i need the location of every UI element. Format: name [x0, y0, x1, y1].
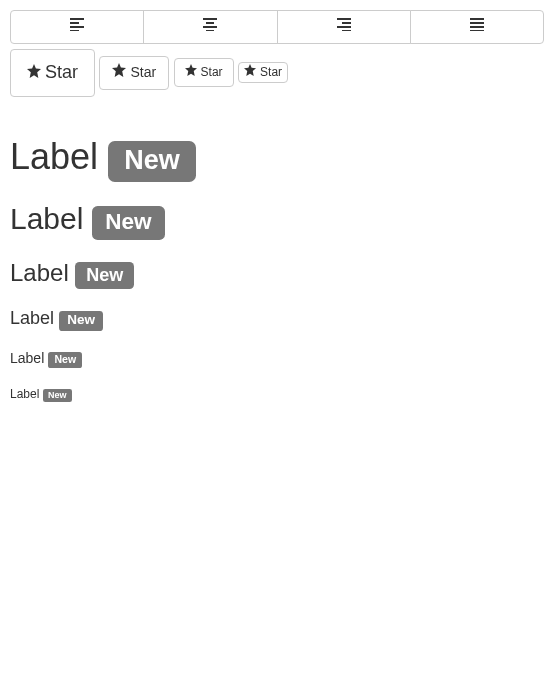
- star-button-lg[interactable]: Star: [10, 49, 95, 97]
- heading-h1: Label New: [10, 137, 544, 182]
- star-button-label: Star: [201, 64, 223, 81]
- badge-new: New: [59, 311, 103, 331]
- align-right-icon: [337, 17, 351, 37]
- star-button-md[interactable]: Star: [99, 56, 169, 90]
- heading-h5: Label New: [10, 351, 544, 368]
- badge-new: New: [48, 352, 82, 368]
- star-group-sm: Star: [174, 58, 234, 87]
- label-section: Label New Label New Label New Label New …: [10, 137, 544, 403]
- heading-h3: Label New: [10, 260, 544, 289]
- align-center-icon: [203, 17, 217, 37]
- badge-new: New: [75, 262, 134, 289]
- star-group-md: Star: [99, 56, 169, 90]
- heading-h2: Label New: [10, 202, 544, 240]
- align-justify-button[interactable]: [410, 10, 544, 44]
- heading-text: Label: [10, 350, 44, 366]
- star-button-label: Star: [45, 60, 78, 86]
- star-icon: [27, 60, 41, 86]
- star-button-sm[interactable]: Star: [174, 58, 234, 87]
- star-toolbar: Star Star Star Star: [10, 49, 544, 97]
- heading-text: Label: [10, 259, 69, 286]
- badge-new: New: [92, 206, 165, 240]
- star-button-label: Star: [130, 63, 156, 83]
- alignment-toolbar: [10, 10, 544, 44]
- heading-text: Label: [10, 387, 39, 401]
- star-group-lg: Star: [10, 49, 95, 97]
- heading-text: Label: [10, 308, 54, 328]
- align-button-group: [10, 10, 544, 44]
- badge-new: New: [108, 141, 196, 181]
- align-right-button[interactable]: [277, 10, 411, 44]
- star-button-xs[interactable]: Star: [238, 62, 288, 83]
- star-icon: [112, 63, 126, 83]
- star-icon: [185, 64, 197, 81]
- align-justify-icon: [470, 17, 484, 37]
- heading-h4: Label New: [10, 309, 544, 331]
- heading-text: Label: [10, 136, 98, 177]
- star-icon: [244, 64, 256, 81]
- align-center-button[interactable]: [143, 10, 277, 44]
- star-group-xs: Star: [238, 62, 288, 83]
- badge-new: New: [43, 389, 72, 402]
- align-left-icon: [70, 17, 84, 37]
- heading-text: Label: [10, 202, 83, 235]
- align-left-button[interactable]: [10, 10, 144, 44]
- star-button-label: Star: [260, 64, 282, 81]
- heading-h6: Label New: [10, 388, 544, 403]
